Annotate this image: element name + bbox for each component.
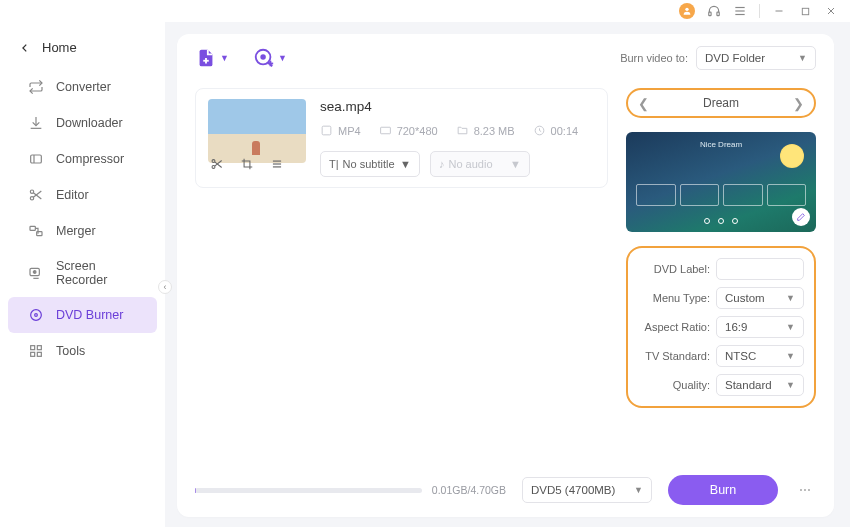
chevron-down-icon: ▼ xyxy=(798,53,807,63)
burn-to-select[interactable]: DVD Folder ▼ xyxy=(696,46,816,70)
menu-type-label: Menu Type: xyxy=(638,292,710,304)
cut-icon[interactable] xyxy=(209,156,225,172)
dvd-label-label: DVD Label: xyxy=(638,263,710,275)
menu-type-select[interactable]: Custom▼ xyxy=(716,287,804,309)
size-meta: 8.23 MB xyxy=(456,124,515,137)
tv-standard-select[interactable]: NTSC▼ xyxy=(716,345,804,367)
disc-type-select[interactable]: DVD5 (4700MB)▼ xyxy=(522,477,652,503)
chevron-down-icon: ▼ xyxy=(220,53,229,63)
toolbar: ▼ ▼ Burn video to: DVD Folder ▼ xyxy=(195,46,816,70)
svg-point-29 xyxy=(261,55,265,59)
burn-to-value: DVD Folder xyxy=(705,52,765,64)
chevron-down-icon: ▼ xyxy=(786,322,795,332)
svg-point-36 xyxy=(212,160,215,163)
sidebar-item-downloader[interactable]: Downloader xyxy=(8,105,157,141)
burn-button[interactable]: Burn xyxy=(668,475,778,505)
sidebar-item-label: Compressor xyxy=(56,152,124,166)
menu-icon[interactable] xyxy=(733,4,747,18)
duration-meta: 00:14 xyxy=(533,124,579,137)
svg-point-0 xyxy=(685,8,688,11)
resolution-meta: 720*480 xyxy=(379,124,438,137)
aspect-ratio-label: Aspect Ratio: xyxy=(638,321,710,333)
svg-point-21 xyxy=(35,314,38,317)
sidebar-item-compressor[interactable]: Compressor xyxy=(8,141,157,177)
chevron-down-icon: ▼ xyxy=(278,53,287,63)
home-button[interactable]: Home xyxy=(0,32,165,69)
edit-theme-button[interactable] xyxy=(792,208,810,226)
minimize-icon[interactable] xyxy=(772,4,786,18)
download-icon xyxy=(28,115,44,131)
merger-icon xyxy=(28,223,44,239)
svg-point-37 xyxy=(212,165,215,168)
crop-icon[interactable] xyxy=(239,156,255,172)
add-disc-button[interactable]: ▼ xyxy=(253,47,287,69)
theme-preview[interactable]: Nice Dream xyxy=(626,132,816,232)
sidebar-item-dvd-burner[interactable]: DVD Burner xyxy=(8,297,157,333)
dvd-label-input[interactable] xyxy=(716,258,804,280)
svg-point-13 xyxy=(30,197,33,200)
svg-rect-23 xyxy=(37,346,41,350)
quality-select[interactable]: Standard▼ xyxy=(716,374,804,396)
maximize-icon[interactable] xyxy=(798,4,812,18)
sidebar: Home Converter Downloader Compressor Edi… xyxy=(0,22,165,527)
sidebar-item-label: Screen Recorder xyxy=(56,259,137,287)
svg-rect-33 xyxy=(322,126,331,135)
chevron-left-icon xyxy=(20,43,30,53)
sidebar-item-label: Tools xyxy=(56,344,85,358)
burn-to-label: Burn video to: xyxy=(620,52,688,64)
svg-rect-7 xyxy=(802,8,808,14)
grid-icon xyxy=(28,343,44,359)
close-icon[interactable] xyxy=(824,4,838,18)
sidebar-item-converter[interactable]: Converter xyxy=(8,69,157,105)
disc-icon xyxy=(28,307,44,323)
svg-rect-22 xyxy=(31,346,35,350)
video-thumbnail[interactable] xyxy=(208,99,306,163)
svg-rect-10 xyxy=(31,155,42,163)
sidebar-item-tools[interactable]: Tools xyxy=(8,333,157,369)
converter-icon xyxy=(28,79,44,95)
chevron-down-icon: ▼ xyxy=(786,380,795,390)
capacity-text: 0.01GB/4.70GB xyxy=(432,484,506,496)
recorder-icon xyxy=(28,265,44,281)
tv-standard-label: TV Standard: xyxy=(638,350,710,362)
svg-point-12 xyxy=(30,190,33,193)
sidebar-item-label: DVD Burner xyxy=(56,308,123,322)
quality-label: Quality: xyxy=(638,379,710,391)
svg-point-20 xyxy=(31,310,42,321)
svg-rect-25 xyxy=(37,352,41,356)
scissors-icon xyxy=(28,187,44,203)
svg-rect-34 xyxy=(380,127,390,134)
sidebar-item-label: Downloader xyxy=(56,116,123,130)
aspect-ratio-select[interactable]: 16:9▼ xyxy=(716,316,804,338)
capacity-progress xyxy=(195,488,422,493)
list-icon[interactable] xyxy=(269,156,285,172)
sidebar-item-merger[interactable]: Merger xyxy=(8,213,157,249)
sidebar-item-label: Converter xyxy=(56,80,111,94)
svg-rect-24 xyxy=(31,352,35,356)
sun-icon xyxy=(780,144,804,168)
home-label: Home xyxy=(42,40,77,55)
theme-next-button[interactable]: ❯ xyxy=(793,96,804,111)
chevron-down-icon: ▼ xyxy=(786,293,795,303)
svg-rect-16 xyxy=(30,226,35,230)
chevron-down-icon: ▼ xyxy=(786,351,795,361)
chevron-down-icon: ▼ xyxy=(634,485,643,495)
sidebar-item-label: Merger xyxy=(56,224,96,238)
title-bar xyxy=(0,0,850,22)
headset-icon[interactable] xyxy=(707,4,721,18)
dvd-settings: DVD Label: Menu Type: Custom▼ Aspect Rat… xyxy=(626,246,816,408)
svg-rect-1 xyxy=(709,12,711,16)
sidebar-item-editor[interactable]: Editor xyxy=(8,177,157,213)
sidebar-item-label: Editor xyxy=(56,188,89,202)
more-button[interactable]: ⋯ xyxy=(794,479,816,501)
divider xyxy=(759,4,760,18)
theme-name: Dream xyxy=(703,96,739,110)
user-avatar-icon[interactable] xyxy=(679,3,695,19)
file-name: sea.mp4 xyxy=(320,99,595,114)
svg-point-19 xyxy=(33,271,36,274)
theme-prev-button[interactable]: ❮ xyxy=(638,96,649,111)
file-card: sea.mp4 MP4 720*480 8.23 MB 00:14 T|No s… xyxy=(195,88,608,188)
sidebar-item-screen-recorder[interactable]: Screen Recorder xyxy=(8,249,157,297)
add-file-button[interactable]: ▼ xyxy=(195,47,229,69)
format-meta: MP4 xyxy=(320,124,361,137)
